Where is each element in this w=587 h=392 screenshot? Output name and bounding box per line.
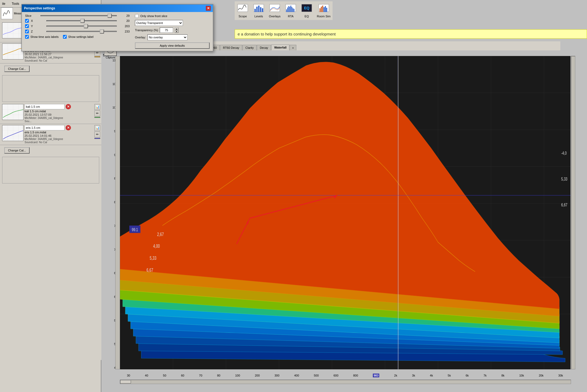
scope-icon-levels[interactable]: Levels [252, 2, 266, 19]
only-front-checkbox[interactable] [135, 14, 139, 18]
x-val-3k: 3k [412, 374, 415, 377]
meas-color-3 [94, 117, 100, 118]
overlay2-label: Overlay: [135, 36, 146, 39]
dialog-close-btn[interactable]: ✕ [206, 6, 211, 11]
change-cal-btn-2[interactable]: Change Cal... [4, 147, 30, 154]
scope-icon-scope[interactable]: Scope [236, 2, 250, 19]
meas-info-4: ✕ eris 1.5 cm.mdat 25.02.2021 14:01:46 M… [25, 125, 93, 144]
tab-rt60-decay[interactable]: RT60 Decay [220, 45, 242, 50]
svg-rect-44 [288, 6, 289, 12]
scope-label-levels: Levels [254, 15, 263, 18]
x-slider[interactable] [46, 20, 117, 21]
x-val-400: 400 [294, 374, 299, 377]
scrollbar-thumb-h[interactable] [120, 380, 131, 383]
scope-icon-roomsim[interactable]: Room Sim [316, 2, 332, 19]
meas-date-3: 25.02.2021 13:57:09 [25, 113, 93, 116]
svg-rect-42 [286, 9, 287, 12]
meas-icon-chart-3[interactable]: 📊 [94, 104, 100, 110]
show-settings-checkbox[interactable] [63, 35, 67, 39]
meas-soundcard-4: Soundcard: No Cal [25, 141, 93, 144]
waterfall-chart: 2,67 4,00 5,33 6,67 99.1 -4,0 5,33 6,67 [120, 56, 570, 369]
menu-tools[interactable]: Tools [11, 1, 20, 6]
scrollbar-vertical[interactable] [571, 56, 575, 369]
x-val-300: 300 [274, 374, 279, 377]
x-val-70: 70 [199, 374, 202, 377]
show-time-axis-checkbox[interactable] [25, 35, 29, 39]
menu-file[interactable]: ile [1, 1, 6, 6]
measurement-entry-4: ✕ eris 1.5 cm.mdat 25.02.2021 14:01:46 M… [0, 124, 101, 145]
apply-view-defaults-btn[interactable]: Apply view defaults [135, 42, 210, 49]
transparency-input[interactable] [160, 27, 173, 33]
x-checkbox[interactable] [25, 19, 29, 23]
svg-text:6,67: 6,67 [561, 202, 567, 207]
meas-icon-edit-3[interactable]: ✏ [94, 110, 100, 116]
meas-icon-edit-4[interactable]: ✏ [94, 131, 100, 137]
x-val-50: 50 [163, 374, 166, 377]
meas-info-3: ✕ kali 1.5 cm.mdat 25.02.2021 13:57:09 M… [25, 104, 93, 123]
slice-row: Slice 29 [25, 14, 130, 17]
spin-down-btn[interactable]: ▼ [175, 30, 178, 33]
x-val-20k: 20k [539, 374, 544, 377]
scope-small-icon[interactable] [1, 7, 13, 19]
svg-rect-39 [270, 4, 280, 12]
tab-clarity[interactable]: Clarity [242, 45, 257, 50]
x-val-8k: 8k [501, 374, 505, 377]
scope-icon-rta[interactable]: RTA [284, 2, 298, 19]
overlay-select[interactable]: Overlay Transparent Overlay Solid No Ove… [135, 20, 183, 26]
tab-waterfall[interactable]: Waterfall [271, 45, 289, 50]
spin-up-btn[interactable]: ▲ [175, 27, 178, 30]
dialog-titlebar[interactable]: Perspective settings ✕ [22, 5, 213, 12]
z-checkbox[interactable] [25, 30, 29, 33]
delete-btn-3[interactable]: ✕ [66, 104, 71, 109]
checkboxes-row: Show time axis labels Show settings labe… [25, 35, 130, 39]
dialog-section: Slice 29 X 20 [25, 14, 210, 49]
svg-text:99.1: 99.1 [132, 227, 138, 232]
scope-label-rta: RTA [288, 15, 294, 18]
meas-color-2 [94, 56, 100, 57]
scrollbar-horizontal[interactable] [120, 380, 571, 384]
slice-thumb[interactable] [107, 14, 112, 18]
y-slider[interactable] [46, 26, 117, 27]
meas-name-input-4[interactable] [25, 125, 65, 130]
scope-icon-eq[interactable]: EQ EQ [300, 2, 314, 19]
measurements-list: ✕ eris 1.5 cm no eq.mdat 26.02.2021 11:5… [0, 21, 101, 360]
tab-decay[interactable]: Decay [257, 45, 271, 50]
x-val-4k: 4k [430, 374, 433, 377]
tab-more[interactable]: » [290, 45, 296, 50]
donation-text: e a donation to help support its continu… [238, 32, 336, 36]
x-val-200: 200 [255, 374, 259, 377]
change-cal-btn-1[interactable]: Change Cal... [4, 66, 30, 72]
meas-icon-chart-4[interactable]: 📊 [94, 125, 100, 131]
z-thumb[interactable] [100, 29, 104, 34]
svg-rect-35 [258, 6, 259, 12]
meas-soundcard-2: Soundcard: No Cal [25, 59, 93, 62]
donation-bar: e a donation to help support its continu… [235, 29, 587, 39]
meas-name-input-3[interactable] [25, 104, 65, 109]
svg-rect-58 [324, 7, 325, 12]
svg-rect-56 [321, 7, 322, 12]
overlay-row: Overlay Transparent Overlay Solid No Ove… [135, 20, 210, 26]
overlay2-select[interactable]: No overlay Curve 1 Curve 2 [147, 34, 187, 40]
x-thumb[interactable] [80, 19, 85, 23]
slice-slider[interactable] [41, 15, 117, 16]
y-thumb[interactable] [84, 24, 88, 28]
meas-mic-3: Mic/Meter: 34A885_cal_0degree [25, 117, 93, 119]
empty-slot-1 [2, 75, 99, 102]
x-val-7k: 7k [484, 374, 487, 377]
x-val-40: 40 [145, 374, 148, 377]
left-scroll-panel[interactable] [115, 56, 120, 369]
delete-btn-4[interactable]: ✕ [66, 125, 71, 130]
svg-rect-47 [291, 7, 292, 12]
scope-label-overlays: Overlays [269, 15, 280, 18]
x-row: X 20 [25, 19, 130, 23]
z-slider[interactable] [46, 31, 117, 32]
svg-rect-55 [320, 8, 321, 12]
x-value: 20 [119, 19, 130, 22]
svg-rect-45 [289, 7, 290, 12]
dialog-content: Slice 29 X 20 [22, 12, 213, 51]
scope-icon-overlays[interactable]: Overlays [268, 2, 282, 19]
y-checkbox[interactable] [25, 24, 29, 28]
svg-rect-43 [287, 7, 288, 12]
dialog-title: Perspective settings [24, 6, 55, 10]
x-val-10k: 10k [519, 374, 524, 377]
